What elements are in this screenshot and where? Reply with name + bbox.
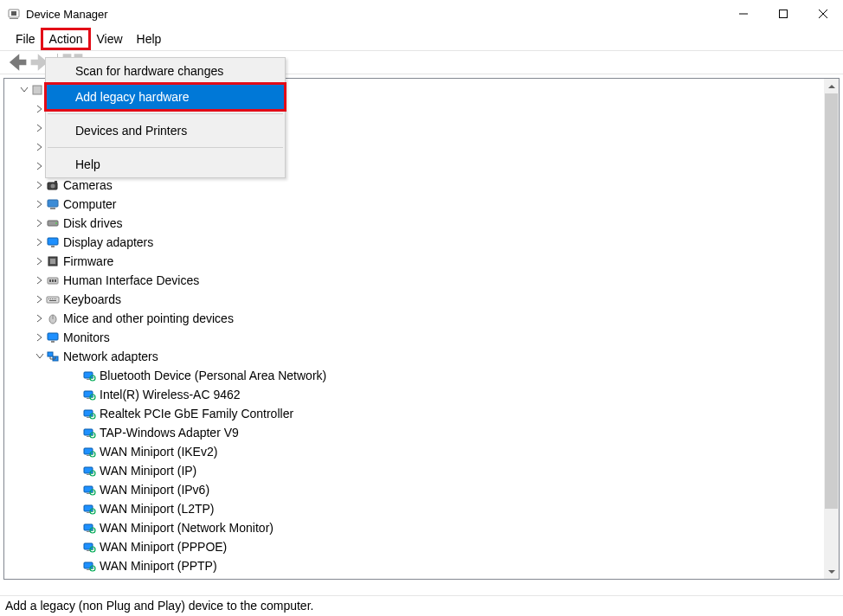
svg-rect-50 — [84, 391, 93, 397]
net-icon — [82, 464, 96, 478]
chevron-right-icon[interactable] — [34, 181, 46, 189]
status-text: Add a legacy (non Plug and Play) device … — [5, 599, 313, 613]
svg-rect-47 — [84, 372, 93, 378]
minimize-button[interactable] — [724, 0, 763, 28]
tree-item-label: Computer — [63, 197, 116, 211]
chevron-down-icon[interactable] — [34, 352, 46, 361]
tree-item[interactable]: WAN Miniport (Network Monitor) — [4, 518, 824, 537]
tree-item-label: WAN Miniport (IPv6) — [100, 483, 209, 497]
tree-item[interactable]: Intel(R) Wireless-AC 9462 — [4, 385, 824, 404]
menu-help[interactable]: Help — [46, 151, 285, 177]
svg-rect-74 — [84, 543, 93, 549]
tree-item[interactable]: Bluetooth Device (Personal Area Network) — [4, 366, 824, 385]
menu-separator — [48, 147, 283, 148]
chevron-down-icon[interactable] — [18, 86, 30, 94]
tree-item[interactable]: Computer — [4, 195, 824, 214]
tree-item[interactable]: WAN Miniport (PPPOE) — [4, 537, 824, 556]
action-dropdown: Scan for hardware changes Add legacy har… — [45, 57, 286, 178]
svg-rect-33 — [50, 298, 51, 299]
chevron-right-icon[interactable] — [34, 200, 46, 209]
svg-rect-63 — [87, 474, 90, 475]
net-icon — [82, 540, 96, 554]
tree-item[interactable]: WAN Miniport (PPTP) — [4, 556, 824, 575]
vertical-scrollbar[interactable] — [824, 79, 839, 579]
net-icon — [82, 521, 96, 535]
network-icon — [46, 350, 60, 363]
close-button[interactable] — [803, 0, 843, 28]
tree-item[interactable]: Disk drives — [4, 214, 824, 233]
net-icon — [82, 578, 96, 579]
svg-rect-20 — [50, 208, 55, 209]
tree-item-label: TAP-Windows Adapter V9 — [100, 426, 239, 440]
menu-action[interactable]: Action — [42, 29, 90, 48]
maximize-button[interactable] — [763, 0, 803, 28]
app-icon — [7, 7, 21, 21]
menu-view[interactable]: View — [89, 29, 129, 48]
tree-item[interactable]: Realtek PCIe GbE Family Controller — [4, 404, 824, 423]
svg-point-22 — [55, 222, 57, 224]
tree-item-label: Intel(R) Wireless-AC 9462 — [100, 388, 241, 401]
tree-item[interactable]: Monitors — [4, 328, 824, 347]
tree-item[interactable]: Keyboards — [4, 290, 824, 309]
svg-rect-18 — [55, 181, 57, 183]
scroll-up-button[interactable] — [824, 79, 839, 93]
menu-add-legacy-hardware[interactable]: Add legacy hardware — [46, 84, 285, 110]
tree-item[interactable]: WAN Miniport (IKEv2) — [4, 442, 824, 461]
svg-rect-42 — [48, 352, 53, 356]
svg-rect-62 — [84, 467, 93, 473]
svg-rect-54 — [87, 417, 90, 418]
svg-rect-78 — [87, 569, 90, 570]
camera-icon — [46, 178, 60, 192]
tree-item[interactable]: Firmware — [4, 252, 824, 271]
tree-item[interactable]: Network adapters — [4, 347, 824, 366]
scroll-thumb[interactable] — [825, 93, 838, 509]
menu-help[interactable]: Help — [130, 29, 169, 48]
svg-rect-24 — [51, 246, 55, 247]
svg-rect-48 — [87, 379, 90, 380]
chevron-right-icon[interactable] — [34, 143, 46, 151]
chevron-right-icon[interactable] — [34, 124, 46, 132]
titlebar: Device Manager — [0, 0, 843, 28]
window-title: Device Manager — [26, 8, 724, 21]
tree-item-label: WAN Miniport (PPTP) — [100, 559, 217, 573]
svg-rect-4 — [780, 10, 788, 18]
net-icon — [82, 388, 96, 401]
tree-item[interactable]: Human Interface Devices — [4, 271, 824, 290]
tree-item[interactable]: Display adapters — [4, 233, 824, 252]
chevron-right-icon[interactable] — [34, 333, 46, 342]
svg-rect-68 — [84, 505, 93, 511]
chevron-right-icon[interactable] — [34, 219, 46, 228]
tree-item[interactable]: Cameras — [4, 176, 824, 195]
tree-item-label: Display adapters — [63, 235, 153, 249]
tree-item[interactable]: WAN Miniport (IP) — [4, 461, 824, 480]
mouse-icon — [46, 311, 60, 325]
tree-item[interactable]: WAN Miniport (IPv6) — [4, 480, 824, 499]
menu-scan-hardware[interactable]: Scan for hardware changes — [46, 58, 285, 84]
chevron-right-icon[interactable] — [34, 105, 46, 113]
tree-item[interactable]: TAP-Windows Adapter V9 — [4, 423, 824, 442]
tree-item[interactable]: WAN Miniport (SSTP) — [4, 575, 824, 579]
chevron-right-icon[interactable] — [34, 238, 46, 247]
svg-rect-37 — [49, 300, 56, 301]
tree-item[interactable]: WAN Miniport (L2TP) — [4, 499, 824, 518]
chevron-right-icon[interactable] — [34, 257, 46, 266]
tree-item-label: WAN Miniport (Network Monitor) — [100, 521, 273, 535]
menu-devices-printers[interactable]: Devices and Printers — [46, 118, 285, 144]
tree-item-label: WAN Miniport (PPPOE) — [100, 540, 227, 554]
svg-rect-71 — [84, 524, 93, 530]
chevron-right-icon[interactable] — [34, 162, 46, 170]
svg-rect-65 — [84, 486, 93, 492]
tree-item-label: Mice and other pointing devices — [63, 311, 234, 325]
tree-item-label: Cameras — [63, 178, 113, 192]
menu-separator — [48, 113, 283, 114]
chevron-right-icon[interactable] — [34, 314, 46, 323]
menu-file[interactable]: File — [9, 29, 42, 48]
tree-item[interactable]: Mice and other pointing devices — [4, 309, 824, 328]
back-button[interactable] — [5, 52, 28, 73]
svg-rect-19 — [48, 200, 58, 207]
svg-rect-66 — [87, 493, 90, 494]
chevron-right-icon[interactable] — [34, 295, 46, 304]
scroll-down-button[interactable] — [824, 564, 839, 579]
chevron-right-icon[interactable] — [34, 276, 46, 285]
tree-item-label: Keyboards — [63, 292, 121, 306]
